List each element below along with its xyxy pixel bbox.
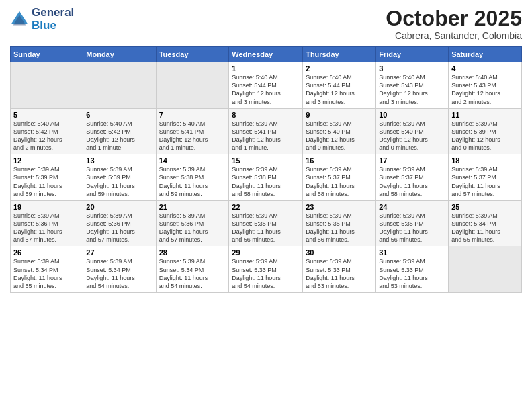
day-info: Sunrise: 5:39 AMSunset: 5:39 PMDaylight:… [86,165,152,198]
day-info: Sunrise: 5:39 AMSunset: 5:36 PMDaylight:… [86,212,152,244]
day-number: 1 [232,64,300,73]
day-number: 8 [232,111,300,119]
day-number: 27 [86,248,152,257]
calendar-header: Sunday Monday Tuesday Wednesday Thursday… [11,47,522,62]
day-number: 25 [451,203,519,211]
header-friday: Friday [376,47,449,62]
calendar-week-2: 12Sunrise: 5:39 AMSunset: 5:39 PMDayligh… [11,154,522,201]
day-info: Sunrise: 5:39 AMSunset: 5:41 PMDaylight:… [232,120,300,152]
day-info: Sunrise: 5:39 AMSunset: 5:36 PMDaylight:… [13,212,80,244]
day-number: 19 [13,203,80,211]
day-info: Sunrise: 5:39 AMSunset: 5:37 PMDaylight:… [451,165,519,198]
day-number: 3 [379,64,445,73]
day-info: Sunrise: 5:39 AMSunset: 5:39 PMDaylight:… [13,165,80,198]
day-info: Sunrise: 5:39 AMSunset: 5:36 PMDaylight:… [159,212,226,244]
table-row: 3Sunrise: 5:40 AMSunset: 5:43 PMDaylight… [376,62,449,109]
logo-text-general: General [32,7,74,19]
day-number: 23 [306,203,373,211]
table-row: 26Sunrise: 5:39 AMSunset: 5:34 PMDayligh… [11,246,83,293]
day-number: 29 [232,248,300,257]
day-info: Sunrise: 5:39 AMSunset: 5:33 PMDaylight:… [379,257,445,290]
day-number: 14 [159,156,226,165]
header-tuesday: Tuesday [156,47,229,62]
day-info: Sunrise: 5:39 AMSunset: 5:34 PMDaylight:… [13,257,80,290]
header-wednesday: Wednesday [229,47,303,62]
table-row [83,62,156,109]
header-sunday: Sunday [11,47,83,62]
day-info: Sunrise: 5:39 AMSunset: 5:33 PMDaylight:… [232,257,300,290]
table-row: 2Sunrise: 5:40 AMSunset: 5:44 PMDaylight… [303,62,376,109]
calendar-table: Sunday Monday Tuesday Wednesday Thursday… [10,46,522,293]
table-row: 30Sunrise: 5:39 AMSunset: 5:33 PMDayligh… [303,246,376,293]
day-info: Sunrise: 5:39 AMSunset: 5:35 PMDaylight:… [306,212,373,244]
day-info: Sunrise: 5:39 AMSunset: 5:35 PMDaylight:… [232,212,300,244]
table-row: 1Sunrise: 5:40 AMSunset: 5:44 PMDaylight… [229,62,303,109]
table-row: 27Sunrise: 5:39 AMSunset: 5:34 PMDayligh… [83,246,156,293]
day-info: Sunrise: 5:39 AMSunset: 5:40 PMDaylight:… [379,120,445,152]
day-number: 18 [451,156,519,165]
page-title: October 2025 [386,7,522,30]
table-row: 25Sunrise: 5:39 AMSunset: 5:34 PMDayligh… [449,200,522,246]
day-number: 17 [379,156,445,165]
day-info: Sunrise: 5:39 AMSunset: 5:40 PMDaylight:… [306,120,373,152]
logo-text-blue: Blue [32,19,74,32]
day-number: 30 [306,248,373,257]
calendar-week-1: 5Sunrise: 5:40 AMSunset: 5:42 PMDaylight… [11,108,522,154]
day-number: 22 [232,203,300,211]
day-number: 2 [306,64,373,73]
day-number: 31 [379,248,445,257]
day-info: Sunrise: 5:39 AMSunset: 5:38 PMDaylight:… [232,165,300,198]
day-info: Sunrise: 5:39 AMSunset: 5:38 PMDaylight:… [159,165,226,198]
table-row: 6Sunrise: 5:40 AMSunset: 5:42 PMDaylight… [83,108,156,154]
table-row: 7Sunrise: 5:40 AMSunset: 5:41 PMDaylight… [156,108,229,154]
day-info: Sunrise: 5:39 AMSunset: 5:34 PMDaylight:… [451,212,519,244]
table-row [11,62,83,109]
header-monday: Monday [83,47,156,62]
day-info: Sunrise: 5:40 AMSunset: 5:42 PMDaylight:… [86,120,152,152]
day-number: 26 [13,248,80,257]
table-row: 12Sunrise: 5:39 AMSunset: 5:39 PMDayligh… [11,154,83,201]
day-info: Sunrise: 5:39 AMSunset: 5:33 PMDaylight:… [306,257,373,290]
header-saturday: Saturday [449,47,522,62]
day-number: 9 [306,111,373,119]
table-row: 8Sunrise: 5:39 AMSunset: 5:41 PMDaylight… [229,108,303,154]
day-number: 15 [232,156,300,165]
table-row: 21Sunrise: 5:39 AMSunset: 5:36 PMDayligh… [156,200,229,246]
table-row: 9Sunrise: 5:39 AMSunset: 5:40 PMDaylight… [303,108,376,154]
header-row: Sunday Monday Tuesday Wednesday Thursday… [11,47,522,62]
day-info: Sunrise: 5:40 AMSunset: 5:44 PMDaylight:… [306,73,373,106]
day-info: Sunrise: 5:40 AMSunset: 5:44 PMDaylight:… [232,73,300,106]
table-row: 10Sunrise: 5:39 AMSunset: 5:40 PMDayligh… [376,108,449,154]
calendar-week-0: 1Sunrise: 5:40 AMSunset: 5:44 PMDaylight… [11,62,522,109]
day-number: 6 [86,111,152,119]
table-row [449,246,522,293]
calendar-week-4: 26Sunrise: 5:39 AMSunset: 5:34 PMDayligh… [11,246,522,293]
table-row: 5Sunrise: 5:40 AMSunset: 5:42 PMDaylight… [11,108,83,154]
table-row: 15Sunrise: 5:39 AMSunset: 5:38 PMDayligh… [229,154,303,201]
table-row: 28Sunrise: 5:39 AMSunset: 5:34 PMDayligh… [156,246,229,293]
table-row: 14Sunrise: 5:39 AMSunset: 5:38 PMDayligh… [156,154,229,201]
header: General Blue October 2025 Cabrera, Santa… [10,7,522,41]
page-subtitle: Cabrera, Santander, Colombia [386,30,522,41]
table-row: 29Sunrise: 5:39 AMSunset: 5:33 PMDayligh… [229,246,303,293]
day-number: 16 [306,156,373,165]
title-block: October 2025 Cabrera, Santander, Colombi… [386,7,522,41]
table-row: 19Sunrise: 5:39 AMSunset: 5:36 PMDayligh… [11,200,83,246]
table-row: 24Sunrise: 5:39 AMSunset: 5:35 PMDayligh… [376,200,449,246]
day-info: Sunrise: 5:39 AMSunset: 5:37 PMDaylight:… [379,165,445,198]
table-row: 18Sunrise: 5:39 AMSunset: 5:37 PMDayligh… [449,154,522,201]
calendar-week-3: 19Sunrise: 5:39 AMSunset: 5:36 PMDayligh… [11,200,522,246]
table-row: 17Sunrise: 5:39 AMSunset: 5:37 PMDayligh… [376,154,449,201]
page-container: General Blue October 2025 Cabrera, Santa… [0,0,532,300]
logo-icon [10,10,29,29]
day-info: Sunrise: 5:39 AMSunset: 5:34 PMDaylight:… [159,257,226,290]
day-info: Sunrise: 5:40 AMSunset: 5:42 PMDaylight:… [13,120,80,152]
day-info: Sunrise: 5:40 AMSunset: 5:43 PMDaylight:… [379,73,445,106]
day-number: 12 [13,156,80,165]
day-number: 13 [86,156,152,165]
day-number: 11 [451,111,519,119]
table-row: 22Sunrise: 5:39 AMSunset: 5:35 PMDayligh… [229,200,303,246]
day-number: 5 [13,111,80,119]
day-number: 24 [379,203,445,211]
table-row [156,62,229,109]
